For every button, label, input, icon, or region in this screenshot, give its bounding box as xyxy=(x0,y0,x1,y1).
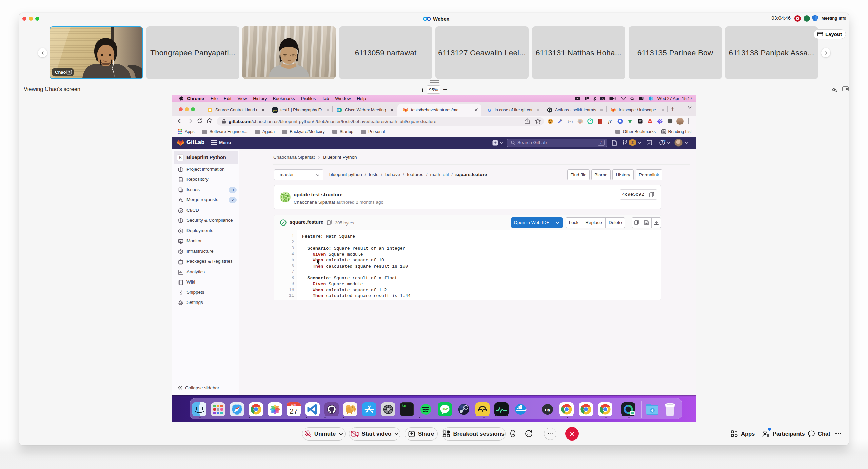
svg-text:27: 27 xyxy=(290,407,298,415)
svg-text:APR: APR xyxy=(291,404,296,406)
svg-text:pid: pid xyxy=(273,109,277,112)
svg-text:A: A xyxy=(602,97,604,100)
svg-text:G: G xyxy=(488,108,491,113)
svg-text:Chao: Chao xyxy=(55,70,66,75)
svg-text:?: ? xyxy=(661,141,663,145)
svg-text:(=): (=) xyxy=(568,120,573,124)
svg-text:LINE: LINE xyxy=(442,408,448,411)
svg-text:cy: cy xyxy=(545,407,551,412)
svg-text:$▮: $▮ xyxy=(402,404,406,408)
svg-text:f?: f? xyxy=(608,119,612,124)
